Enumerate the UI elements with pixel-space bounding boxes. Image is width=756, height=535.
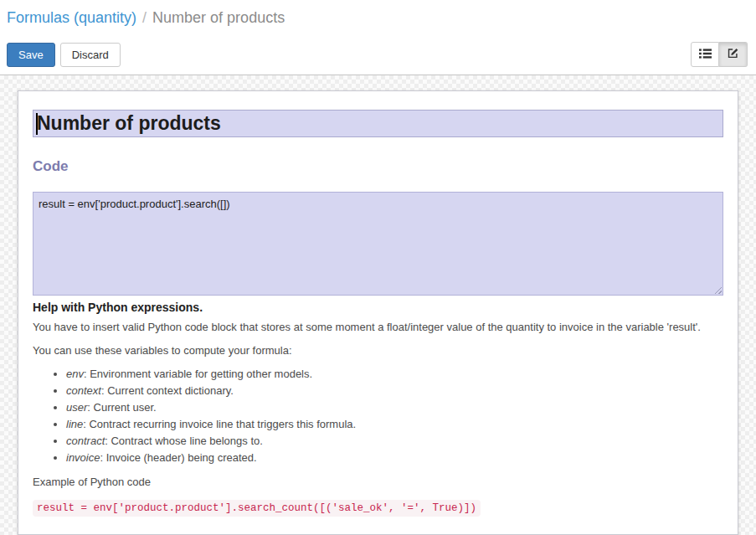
code-textarea[interactable]: result = env['product.product'].search([… — [33, 192, 723, 296]
variable-name: line — [66, 418, 83, 430]
top-bar: Formulas (quantity)/Number of products S… — [0, 0, 756, 75]
form-edit-view-button[interactable] — [719, 42, 748, 67]
variable-desc: Environment variable for getting other m… — [90, 368, 312, 380]
form-background: Code result = env['product.product'].sea… — [0, 75, 756, 535]
variable-separator: : — [87, 401, 93, 414]
form-sheet: Code result = env['product.product'].sea… — [18, 90, 738, 535]
list-item: user: Current user. — [66, 401, 723, 414]
list-icon — [699, 48, 712, 62]
breadcrumb: Formulas (quantity)/Number of products — [7, 8, 748, 28]
record-name-input[interactable] — [33, 110, 723, 137]
record-name-field-wrap — [33, 110, 723, 137]
help-block: Help with Python expressions. You have t… — [33, 301, 723, 514]
variable-name: env — [66, 368, 84, 380]
example-code: result = env['product.product'].search_c… — [33, 500, 481, 517]
variable-name: user — [66, 401, 87, 414]
code-field-wrap: result = env['product.product'].search([… — [33, 192, 723, 296]
variable-desc: Invoice (header) being created. — [106, 451, 257, 464]
breadcrumb-separator: / — [142, 9, 147, 26]
variable-separator: : — [100, 451, 105, 464]
breadcrumb-parent-link[interactable]: Formulas (quantity) — [7, 9, 136, 26]
variable-desc: Current context dictionary. — [107, 384, 234, 397]
variable-desc: Contract whose line belongs to. — [111, 435, 262, 447]
discard-button[interactable]: Discard — [60, 43, 121, 67]
variable-desc: Contract recurring invoice line that tri… — [89, 418, 356, 430]
list-item: env: Environment variable for getting ot… — [66, 368, 723, 380]
help-intro: You have to insert valid Python code blo… — [33, 321, 723, 334]
help-heading: Help with Python expressions. — [33, 301, 723, 314]
variable-desc: Current user. — [94, 401, 157, 414]
save-button[interactable]: Save — [7, 43, 55, 67]
example-label: Example of Python code — [33, 476, 723, 489]
list-item: line: Contract recurring invoice line th… — [66, 418, 723, 430]
variable-name: contract — [66, 435, 105, 447]
variables-list: env: Environment variable for getting ot… — [33, 368, 723, 464]
example-code-row: result = env['product.product'].search_c… — [33, 499, 723, 514]
variable-name: context — [66, 384, 101, 397]
list-item: invoice: Invoice (header) being created. — [66, 451, 723, 464]
list-item: contract: Contract whose line belongs to… — [66, 435, 723, 447]
code-section-heading: Code — [33, 158, 723, 175]
record-action-buttons: Save Discard — [7, 43, 121, 67]
list-item: context: Current context dictionary. — [66, 384, 723, 397]
edit-pencil-icon — [727, 47, 739, 62]
breadcrumb-current: Number of products — [152, 9, 285, 26]
list-view-button[interactable] — [691, 42, 719, 67]
control-row: Save Discard — [7, 42, 748, 75]
help-variables-intro: You can use these variables to compute y… — [33, 344, 723, 358]
variable-name: invoice — [66, 451, 100, 464]
text-caret — [36, 113, 38, 135]
view-switcher — [691, 42, 748, 67]
